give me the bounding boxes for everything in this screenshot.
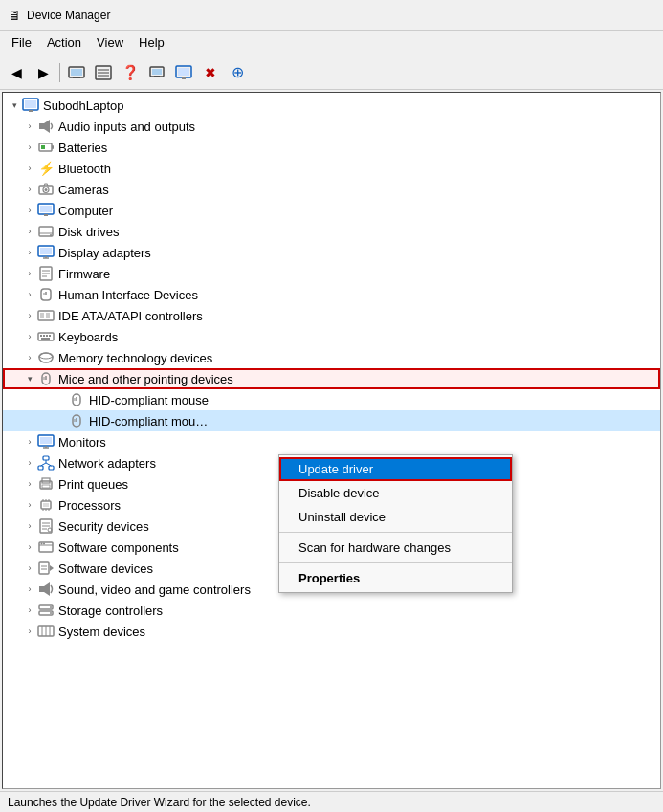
title-bar: 🖥 Device Manager: [0, 0, 663, 31]
svg-rect-69: [49, 466, 54, 470]
processors-icon: [37, 497, 55, 513]
svg-rect-25: [40, 206, 52, 212]
tree-item-hid-mouse-2[interactable]: HID-compliant mou…: [3, 410, 660, 431]
svg-rect-11: [178, 68, 189, 76]
context-menu-scan-hardware[interactable]: Scan for hardware changes: [279, 536, 512, 560]
print-expand: ›: [22, 476, 37, 492]
tree-item-audio[interactable]: › Audio inputs and outputs: [3, 116, 660, 137]
tree-root[interactable]: ▾ SubodhLaptop: [3, 95, 660, 116]
computer-icon: [37, 203, 55, 218]
context-menu-sep-1: [279, 532, 512, 533]
batteries-label: Batteries: [58, 141, 107, 155]
tree-item-disk[interactable]: › Disk drives: [3, 221, 660, 242]
batteries-icon: [37, 140, 55, 155]
hid-mouse-2-icon: [68, 413, 85, 428]
tree-item-cameras[interactable]: › Cameras: [3, 179, 660, 200]
tree-item-computer[interactable]: › Computer: [3, 200, 660, 221]
security-label: Security devices: [58, 519, 149, 534]
keyboards-label: Keyboards: [58, 330, 118, 344]
softwarecomp-expand: ›: [22, 539, 37, 555]
tree-item-monitors[interactable]: › Monitors: [3, 431, 660, 452]
tree-item-firmware[interactable]: › Firmware: [3, 263, 660, 284]
list-button[interactable]: [91, 60, 116, 85]
display-expand: ›: [22, 245, 37, 260]
svg-line-71: [41, 463, 47, 466]
context-menu-update-driver[interactable]: Update driver: [279, 457, 512, 481]
title-bar-text: Device Manager: [27, 9, 110, 22]
svg-point-92: [43, 543, 45, 545]
audio-icon: [37, 119, 55, 134]
tree-item-hid-mouse-1[interactable]: HID-compliant mouse: [3, 389, 660, 410]
softwaredev-expand: ›: [22, 560, 37, 576]
root-expand-icon: ▾: [7, 98, 22, 113]
status-text: Launches the Update Driver Wizard for th…: [8, 796, 311, 809]
hid-mouse-2-expand: [53, 413, 68, 428]
bluetooth-expand: ›: [22, 161, 37, 176]
sound-label: Sound, video and game controllers: [58, 582, 251, 597]
back-button[interactable]: ◀: [4, 60, 29, 85]
memory-label: Memory technology devices: [58, 351, 212, 365]
menu-view[interactable]: View: [89, 33, 131, 52]
svg-rect-1: [71, 69, 82, 76]
svg-rect-43: [46, 313, 50, 318]
devices-button[interactable]: [64, 60, 89, 85]
tree-item-system[interactable]: › System devices: [3, 621, 660, 642]
cameras-label: Cameras: [58, 183, 109, 197]
update-button[interactable]: ⊕: [225, 60, 250, 85]
display-label: Display adapters: [58, 246, 151, 260]
network-label: Network adapters: [58, 456, 156, 471]
uninstall-button[interactable]: ✖: [198, 60, 223, 85]
tree-item-batteries[interactable]: › Batteries: [3, 137, 660, 158]
tree-item-display[interactable]: › Display adapters: [3, 242, 660, 263]
root-label: SubodhLaptop: [43, 99, 124, 113]
network-icon: [37, 455, 55, 471]
batteries-expand: ›: [22, 140, 37, 155]
help-button[interactable]: ❓: [118, 60, 143, 85]
context-menu-uninstall-device[interactable]: Uninstall device: [279, 505, 512, 529]
tree-item-mice[interactable]: ▾ Mice and other pointing devices: [3, 368, 660, 389]
toolbar-separator-1: [59, 63, 60, 82]
processors-expand: ›: [22, 497, 37, 513]
softwarecomp-label: Software components: [58, 540, 179, 555]
svg-marker-96: [50, 565, 54, 571]
menu-file[interactable]: File: [4, 33, 39, 52]
svg-rect-16: [39, 123, 44, 129]
disk-icon: [37, 224, 55, 239]
hid-mouse-1-icon: [68, 392, 85, 407]
monitors-expand: ›: [22, 434, 37, 450]
hid-expand: ›: [22, 287, 37, 302]
svg-rect-77: [43, 503, 49, 507]
tree-item-storage[interactable]: › Storage controllers: [3, 600, 660, 621]
svg-rect-75: [42, 485, 50, 488]
context-menu-properties[interactable]: Properties: [279, 566, 512, 590]
root-icon: [22, 98, 39, 113]
context-menu-disable-device[interactable]: Disable device: [279, 481, 512, 505]
system-expand: ›: [22, 624, 37, 639]
storage-label: Storage controllers: [58, 604, 163, 618]
computer-button[interactable]: [171, 60, 196, 85]
disk-expand: ›: [22, 224, 37, 239]
remote-button[interactable]: [144, 60, 169, 85]
status-bar: Launches the Update Driver Wizard for th…: [0, 791, 663, 812]
svg-rect-31: [40, 248, 52, 254]
main-content[interactable]: ▾ SubodhLaptop › Audio inputs and ou: [2, 92, 661, 789]
svg-point-51: [39, 353, 53, 359]
svg-marker-17: [44, 120, 50, 133]
tree-item-hid[interactable]: › Human Interface Devices: [3, 284, 660, 305]
tree-item-keyboards[interactable]: › Keyboards: [3, 326, 660, 347]
svg-rect-18: [39, 143, 52, 151]
menu-action[interactable]: Action: [39, 33, 89, 52]
system-icon: [37, 624, 55, 639]
hid-mouse-1-expand: [53, 392, 68, 407]
computer-label: Computer: [58, 204, 113, 218]
svg-point-29: [50, 234, 52, 236]
svg-line-72: [46, 463, 52, 466]
svg-rect-26: [44, 214, 48, 216]
tree-item-bluetooth[interactable]: › ⚡ Bluetooth: [3, 158, 660, 179]
forward-button[interactable]: ▶: [31, 60, 55, 85]
tree-item-ide[interactable]: › IDE ATA/ATAPI controllers: [3, 305, 660, 326]
tree-item-memory[interactable]: › Memory technology devices: [3, 347, 660, 368]
svg-rect-19: [52, 145, 54, 149]
menu-help[interactable]: Help: [131, 33, 172, 52]
print-label: Print queues: [58, 477, 128, 492]
